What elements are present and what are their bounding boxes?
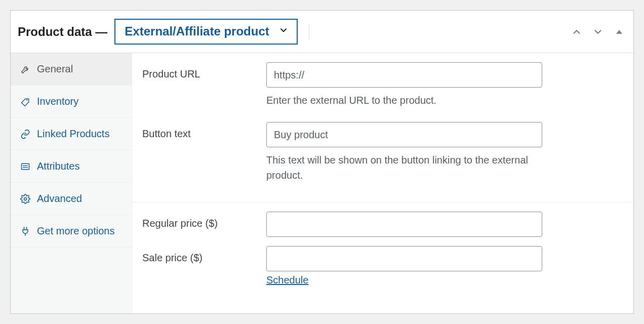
button-text-input[interactable] xyxy=(266,122,542,147)
list-icon xyxy=(20,161,31,172)
svg-point-0 xyxy=(26,99,27,100)
group-pricing: Regular price ($) Sale price ($) Schedul… xyxy=(132,202,633,295)
product-type-value: External/Affiliate product xyxy=(125,24,269,38)
button-text-label: Button text xyxy=(142,122,266,140)
sidebar-item-inventory[interactable]: Inventory xyxy=(11,86,132,118)
sidebar-item-linked[interactable]: Linked Products xyxy=(11,118,132,150)
svg-rect-1 xyxy=(22,164,29,170)
panel-title: Product data — xyxy=(18,25,107,39)
link-icon xyxy=(20,129,31,140)
panel-toggle-button[interactable] xyxy=(612,25,626,39)
sidebar-item-label: Linked Products xyxy=(37,128,123,140)
product-url-help: Enter the external URL to the product. xyxy=(266,93,542,108)
svg-point-4 xyxy=(24,197,27,200)
sidebar-item-label: Advanced xyxy=(37,193,123,205)
schedule-link[interactable]: Schedule xyxy=(266,274,308,286)
product-type-select[interactable]: External/Affiliate product xyxy=(114,19,297,44)
product-url-input[interactable] xyxy=(266,62,542,88)
chevron-down-icon xyxy=(278,25,289,38)
product-data-panel: Product data — External/Affiliate produc… xyxy=(10,10,634,314)
gear-icon xyxy=(20,193,31,205)
regular-price-input[interactable] xyxy=(266,212,542,237)
plug-icon xyxy=(20,226,31,237)
sidebar-item-get-more[interactable]: Get more options xyxy=(11,215,132,248)
sidebar-item-label: Inventory xyxy=(37,96,123,107)
sidebar-item-label: General xyxy=(37,63,123,75)
panel-header: Product data — External/Affiliate produc… xyxy=(11,11,633,53)
sale-price-input[interactable] xyxy=(266,246,542,271)
panel-move-down-button[interactable] xyxy=(591,25,605,39)
button-text-help: This text will be shown on the button li… xyxy=(266,152,542,183)
panel-move-up-button[interactable] xyxy=(570,25,584,39)
panel-body: General Inventory Linked Products xyxy=(11,53,633,313)
sidebar-item-general[interactable]: General xyxy=(11,53,132,86)
wrench-icon xyxy=(20,64,31,75)
tag-icon xyxy=(20,96,31,107)
group-external: Product URL Enter the external URL to th… xyxy=(132,53,633,202)
form-area: Product URL Enter the external URL to th… xyxy=(132,53,633,313)
vertical-separator xyxy=(309,24,309,39)
sidebar-item-attributes[interactable]: Attributes xyxy=(11,150,132,183)
regular-price-label: Regular price ($) xyxy=(142,212,266,229)
panel-header-actions xyxy=(570,25,626,39)
sidebar-item-label: Get more options xyxy=(37,225,123,237)
sidebar-item-advanced[interactable]: Advanced xyxy=(11,183,132,215)
sale-price-label: Sale price ($) xyxy=(142,246,266,264)
sidebar: General Inventory Linked Products xyxy=(11,53,132,313)
product-url-label: Product URL xyxy=(142,62,266,80)
sidebar-item-label: Attributes xyxy=(37,160,123,172)
